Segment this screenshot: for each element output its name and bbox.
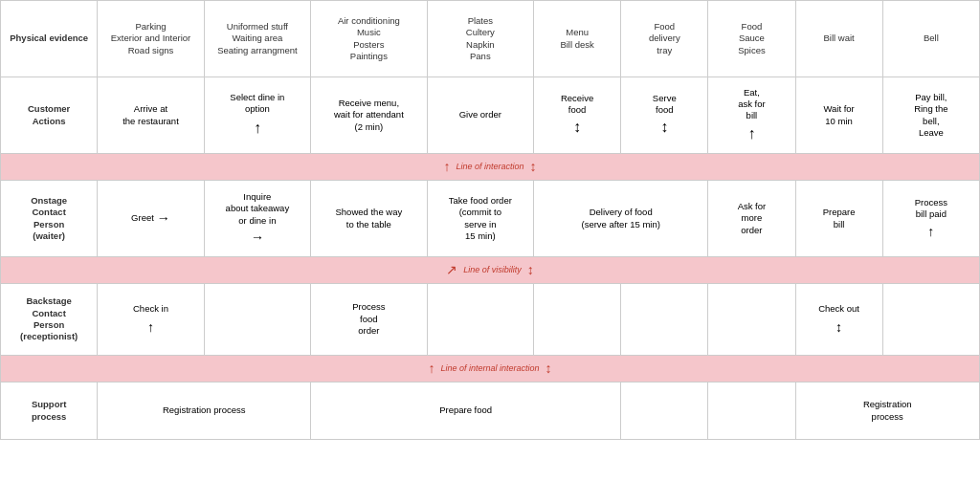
customer-arrive: Arrive at the restaurant [98,77,204,154]
interaction-line-label: Line of interaction [456,162,523,173]
backstage-col-foodsauce [708,284,795,356]
line-of-interaction: ↑ Line of interaction ↕ [1,154,980,181]
onstage-greet: Greet → [98,181,204,257]
support-prepare-food: Prepare food [311,383,621,440]
backstage-col-menu [534,284,621,356]
arrow-up-foodsauce: ↑ [747,124,755,144]
header-bell: Bell [882,1,979,77]
customer-select-dine-text: Select dine in option [230,92,284,116]
checkin-text: Check in [133,303,168,315]
visibility-arrow-right: ↕ [527,261,534,278]
backstage-col-uniform [204,284,310,356]
interaction-arrow-left: ↑ [443,158,450,175]
backstage-col-plates [427,284,533,356]
backstage-row: Backstage Contact Person (receptionist) … [1,284,980,356]
header-delivery: Food delivery tray [621,1,708,77]
inquire-text: Inquire about takeaway or dine in [226,191,290,227]
customer-wait: Wait for 10 min [795,77,882,154]
onstage-label: Onstage Contact Person (waiter) [1,181,98,257]
support-col-delivery [621,383,708,440]
inquire-arrow: → [251,229,264,246]
onstage-showed-way: Showed the way to the table [311,181,428,257]
interaction-arrow-right: ↕ [530,158,537,175]
process-bill-text: Process bill paid [915,197,947,221]
greet-arrow: → [157,209,170,227]
backstage-col-delivery [621,284,708,356]
checkout-text: Check out [818,303,859,315]
header-physical-evidence: Physical evidence [1,1,98,77]
receive-food-text: Receive food [561,93,593,117]
arrow-updown-delivery: ↕ [660,118,668,138]
eat-text: Eat, ask for bill [738,87,766,122]
line-of-visibility-row: ↗ Line of visibility ↕ [1,257,980,284]
backstage-checkin: Check in ↑ [98,284,204,356]
support-row: Support process Registration process Pre… [1,383,980,440]
greet-text: Greet [131,212,154,224]
backstage-checkout: Check out ↕ [795,284,882,356]
onstage-take-order: Take food order (commit to serve in 15 m… [427,181,533,257]
header-row: Physical evidence Parking Exterior and I… [1,1,980,77]
onstage-delivery: Delivery of food (serve after 15 min) [534,181,708,257]
header-plates: Plates Cultery Napkin Pans [427,1,533,77]
onstage-inquire: Inquire about takeaway or dine in → [204,181,310,257]
customer-serve-food: Serve food ↕ [621,77,708,154]
service-blueprint-table: Physical evidence Parking Exterior and I… [0,0,980,440]
backstage-col-bell [882,284,979,356]
customer-paybill: Pay bill, Ring the bell, Leave [882,77,979,154]
process-bill-arrow: ↑ [927,223,934,240]
line-of-interaction-row: ↑ Line of interaction ↕ [1,154,980,181]
line-of-internal-interaction-row: ↑ Line of internal interaction ↕ [1,356,980,383]
internal-arrow-left: ↑ [428,360,434,377]
support-col-foodsauce [708,383,795,440]
onstage-ask-more: Ask for more order [708,181,795,257]
visibility-arrow-left: ↗ [446,261,457,278]
serve-food-text: Serve food [653,93,677,117]
customer-receive-food: Receive food ↕ [534,77,621,154]
support-label: Support process [1,383,98,440]
header-uniform: Uniformed stuff Waiting area Seating arr… [204,1,310,77]
checkin-arrow: ↑ [147,318,154,336]
onstage-prepare-bill: Prepare bill [795,181,882,257]
header-aircon: Air conditioning Music Posters Paintings [311,1,428,77]
support-registration1: Registration process [98,383,311,440]
customer-receive-menu: Receive menu, wait for attendant (2 min) [311,77,428,154]
customer-actions-row: Customer Actions Arrive at the restauran… [1,77,980,154]
customer-select-dine: Select dine in option ↑ [204,77,310,154]
onstage-process-bill: Process bill paid ↑ [882,181,979,257]
line-of-internal-interaction: ↑ Line of internal interaction ↕ [1,356,980,383]
internal-line-label: Line of internal interaction [440,363,539,375]
support-registration2: Registration process [795,383,980,440]
checkout-arrow: ↕ [835,318,842,336]
header-menu: Menu Bill desk [534,1,621,77]
header-parking: Parking Exterior and Interior Road signs [98,1,204,77]
customer-label: Customer Actions [1,77,98,154]
internal-arrow-right: ↕ [546,360,552,377]
backstage-label: Backstage Contact Person (receptionist) [1,284,98,356]
header-foodsauce: Food Sauce Spices [708,1,795,77]
visibility-line-label: Line of visibility [463,265,522,276]
backstage-process-food: Process food order [311,284,428,356]
header-billwait: Bill wait [795,1,882,77]
arrow-updown-menu: ↕ [573,118,581,138]
onstage-row: Onstage Contact Person (waiter) Greet → … [1,181,980,257]
customer-eat: Eat, ask for bill ↑ [708,77,795,154]
line-of-visibility: ↗ Line of visibility ↕ [1,257,980,284]
arrow-up-uniform: ↑ [254,119,261,139]
customer-give-order: Give order [427,77,533,154]
